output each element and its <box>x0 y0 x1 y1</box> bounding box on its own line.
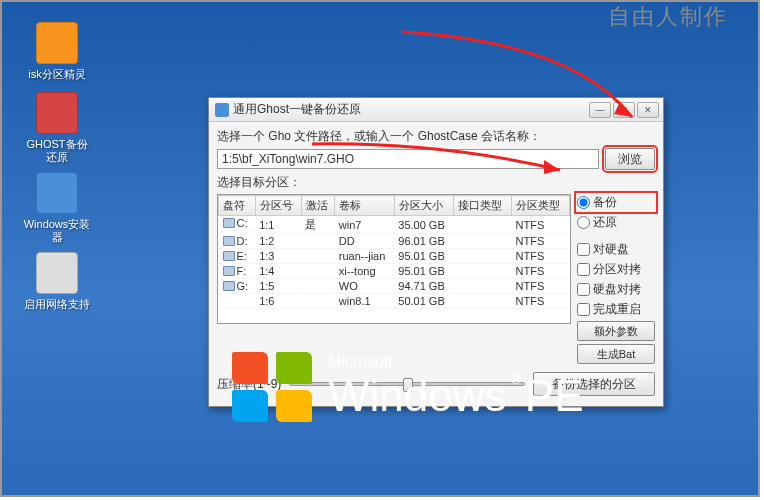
options-column: 备份 还原 对硬盘 分区对拷 硬盘对拷 完成重启 额外参数 生成Bat <box>577 194 655 364</box>
icon-label: Windows安装器 <box>22 218 92 244</box>
minimize-button[interactable]: — <box>589 102 611 118</box>
column-header[interactable]: 盘符 <box>219 196 256 216</box>
table-cell: 35.00 GB <box>394 216 453 234</box>
chk-partition-compare[interactable]: 分区对拷 <box>577 261 655 278</box>
table-cell: NTFS <box>512 234 570 249</box>
table-cell: NTFS <box>512 264 570 279</box>
table-cell: WO <box>335 279 394 294</box>
icon-label: isk分区精灵 <box>22 68 92 81</box>
table-cell: 1:3 <box>255 249 301 264</box>
icon-label: 启用网络支持 <box>22 298 92 311</box>
desktop-icon-ghost[interactable]: GHOST备份还原 <box>22 92 92 164</box>
chk-disk-compare[interactable]: 硬盘对拷 <box>577 281 655 298</box>
gho-path-input[interactable] <box>217 149 599 169</box>
column-header[interactable]: 分区类型 <box>512 196 570 216</box>
chk-reboot[interactable]: 完成重启 <box>577 301 655 318</box>
table-cell: 50.01 GB <box>394 294 453 309</box>
table-row[interactable]: G:1:5WO94.71 GBNTFS <box>219 279 570 294</box>
dialog-titlebar[interactable]: 通用Ghost一键备份还原 — □ ✕ <box>209 98 663 122</box>
icon-label: GHOST备份还原 <box>22 138 92 164</box>
maximize-button[interactable]: □ <box>613 102 635 118</box>
table-cell <box>454 294 512 309</box>
app-icon <box>215 103 229 117</box>
table-cell <box>454 279 512 294</box>
table-row[interactable]: C:1:1是win735.00 GBNTFS <box>219 216 570 234</box>
watermark-text: 自由人制作 <box>608 2 728 32</box>
table-cell <box>301 279 335 294</box>
network-icon <box>36 252 78 294</box>
table-cell: ruan--jian <box>335 249 394 264</box>
desktop-background: 自由人制作 isk分区精灵 GHOST备份还原 Windows安装器 启用网络支… <box>2 2 758 495</box>
table-cell: xi--tong <box>335 264 394 279</box>
table-cell: 95.01 GB <box>394 264 453 279</box>
windows-installer-icon <box>36 172 78 214</box>
table-cell: C: <box>219 216 256 231</box>
table-row[interactable]: E:1:3ruan--jian95.01 GBNTFS <box>219 249 570 264</box>
extra-params-button[interactable]: 额外参数 <box>577 321 655 341</box>
close-button[interactable]: ✕ <box>637 102 659 118</box>
drive-icon <box>223 251 235 261</box>
radio-backup[interactable]: 备份 <box>577 194 655 211</box>
table-cell: 1:6 <box>255 294 301 309</box>
table-cell: 1:1 <box>255 216 301 234</box>
table-cell: E: <box>219 249 256 264</box>
drive-icon <box>223 281 235 291</box>
column-header[interactable]: 分区号 <box>255 196 301 216</box>
windows-pe-text: Windows®PE <box>328 371 584 421</box>
table-cell: G: <box>219 279 256 294</box>
table-cell <box>454 234 512 249</box>
chk-disk[interactable]: 对硬盘 <box>577 241 655 258</box>
table-cell <box>454 249 512 264</box>
table-cell: NTFS <box>512 294 570 309</box>
table-cell <box>454 264 512 279</box>
table-cell: NTFS <box>512 216 570 234</box>
column-header[interactable]: 接口类型 <box>454 196 512 216</box>
table-cell: 94.71 GB <box>394 279 453 294</box>
column-header[interactable]: 分区大小 <box>394 196 453 216</box>
column-header[interactable]: 卷标 <box>335 196 394 216</box>
partition-table[interactable]: 盘符分区号激活卷标分区大小接口类型分区类型 C:1:1是win735.00 GB… <box>217 194 571 324</box>
table-cell <box>301 234 335 249</box>
table-cell: win8.1 <box>335 294 394 309</box>
table-cell: 1:2 <box>255 234 301 249</box>
table-cell: F: <box>219 264 256 279</box>
table-row[interactable]: F:1:4xi--tong95.01 GBNTFS <box>219 264 570 279</box>
table-cell <box>301 249 335 264</box>
drive-icon <box>223 266 235 276</box>
table-cell <box>301 264 335 279</box>
desktop-icon-wininstall[interactable]: Windows安装器 <box>22 172 92 244</box>
table-cell: NTFS <box>512 279 570 294</box>
table-cell: NTFS <box>512 249 570 264</box>
table-cell: 96.01 GB <box>394 234 453 249</box>
desktop-icon-diskgenius[interactable]: isk分区精灵 <box>22 22 92 81</box>
windows-pe-logo: Microsoft Windows®PE <box>232 352 584 422</box>
table-row[interactable]: D:1:2DD96.01 GBNTFS <box>219 234 570 249</box>
table-cell: 95.01 GB <box>394 249 453 264</box>
dialog-title-text: 通用Ghost一键备份还原 <box>233 101 589 118</box>
table-cell: D: <box>219 234 256 249</box>
table-cell <box>219 294 256 309</box>
diskgenius-icon <box>36 22 78 64</box>
ghost-icon <box>36 92 78 134</box>
column-header[interactable]: 激活 <box>301 196 335 216</box>
drive-icon <box>223 218 235 228</box>
target-label: 选择目标分区： <box>217 174 655 191</box>
table-cell: 1:5 <box>255 279 301 294</box>
table-cell <box>301 294 335 309</box>
desktop-icon-network[interactable]: 启用网络支持 <box>22 252 92 311</box>
table-cell: 是 <box>301 216 335 234</box>
radio-restore[interactable]: 还原 <box>577 214 655 231</box>
table-cell: win7 <box>335 216 394 234</box>
windows-flag-icon <box>232 352 312 422</box>
path-label: 选择一个 Gho 文件路径，或输入一个 GhostCase 会话名称： <box>217 128 655 145</box>
table-cell <box>454 216 512 234</box>
drive-icon <box>223 236 235 246</box>
browse-button[interactable]: 浏览 <box>605 148 655 170</box>
table-cell: DD <box>335 234 394 249</box>
microsoft-text: Microsoft <box>328 353 584 371</box>
table-cell: 1:4 <box>255 264 301 279</box>
gen-bat-button[interactable]: 生成Bat <box>577 344 655 364</box>
table-row[interactable]: 1:6win8.150.01 GBNTFS <box>219 294 570 309</box>
